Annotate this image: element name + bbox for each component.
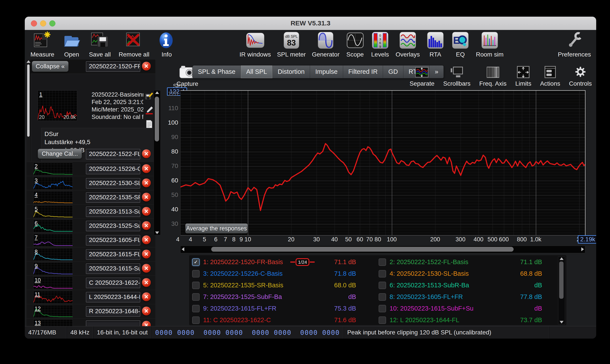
legend-checkbox[interactable] bbox=[192, 282, 199, 289]
freq-axis-button[interactable]: Freq. Axis bbox=[479, 60, 506, 87]
measurement-name-field[interactable]: 20250222-1535-SR bbox=[86, 192, 140, 203]
measurement-1-name-field[interactable]: 20250222-1520-FR bbox=[86, 61, 140, 72]
measurement-thumbnail[interactable]: 2 bbox=[33, 163, 73, 175]
legend-scrollbar[interactable] bbox=[558, 257, 565, 324]
legend-label[interactable]: 3: 20250222-15226-C-Basis bbox=[203, 270, 283, 277]
save-edit-icon[interactable] bbox=[145, 92, 154, 101]
scroll-up-icon[interactable] bbox=[27, 60, 30, 63]
preferences-button[interactable]: Preferences bbox=[558, 31, 591, 58]
measurement-thumbnail[interactable]: 5 bbox=[33, 206, 73, 218]
measurement-name-field[interactable]: R 20250223-1648-F bbox=[86, 306, 140, 317]
info-button[interactable]: Info bbox=[157, 31, 176, 58]
measurement-thumbnail[interactable]: 11 bbox=[33, 291, 73, 304]
measurement-name-field[interactable]: 20250223-1605-FL bbox=[86, 235, 140, 246]
delete-measurement-1-button[interactable]: ✕ bbox=[142, 62, 151, 71]
limits-button[interactable]: Limits bbox=[515, 60, 531, 87]
measurement-row-11[interactable]: 11L 20250223-1644-F✕ bbox=[27, 290, 155, 304]
legend-checkbox[interactable]: ✓ bbox=[192, 259, 199, 266]
measurement-2-name-field[interactable]: 20250222-1522-FL- bbox=[86, 149, 140, 159]
scrollbars-button[interactable]: Scrollbars bbox=[443, 60, 470, 87]
tab-gd[interactable]: GD bbox=[383, 65, 403, 78]
delete-measurement-button[interactable]: ✕ bbox=[142, 278, 151, 287]
tab-distortion[interactable]: Distortion bbox=[273, 65, 310, 78]
measurement-row-3[interactable]: 320250222-1530-SL✕ bbox=[27, 176, 155, 190]
ir-windows-button[interactable]: IR windows bbox=[239, 31, 271, 58]
legend-checkbox[interactable] bbox=[379, 282, 386, 289]
delete-measurement-button[interactable]: ✕ bbox=[142, 179, 151, 187]
scrollbar-thumb[interactable] bbox=[27, 65, 30, 137]
measure-button[interactable]: Measure bbox=[30, 31, 54, 58]
legend-checkbox[interactable] bbox=[379, 293, 386, 301]
legend-label[interactable]: 12: L 20250223-1644-FL bbox=[390, 316, 459, 324]
legend-checkbox[interactable] bbox=[379, 259, 386, 266]
scroll-down-icon[interactable] bbox=[155, 232, 159, 234]
measurement-name-field[interactable]: C 20250223-1622-C bbox=[86, 278, 140, 288]
actions-button[interactable]: Actions bbox=[540, 60, 560, 87]
generator-button[interactable]: Generator bbox=[312, 31, 339, 58]
measurement-name-field[interactable] bbox=[86, 320, 140, 326]
delete-measurement-button[interactable]: ✕ bbox=[142, 221, 151, 230]
rta-button[interactable]: RTA bbox=[426, 31, 445, 58]
zoom-window-button[interactable] bbox=[49, 20, 55, 26]
delete-measurement-button[interactable]: ✕ bbox=[142, 193, 151, 201]
eq-button[interactable]: EEQ bbox=[451, 31, 470, 58]
legend-label[interactable]: 4: 20250222-1530-SL-Basis bbox=[390, 270, 469, 277]
scrollbar-thumb[interactable] bbox=[211, 247, 514, 252]
change-cal-button[interactable]: Change Cal... bbox=[38, 149, 82, 159]
measurement-row-9[interactable]: 920250223-1615-Su✕ bbox=[27, 261, 155, 275]
room-sim-button[interactable]: Room sim bbox=[476, 31, 504, 58]
spl-meter-button[interactable]: dB SPL83SPL meter bbox=[277, 31, 306, 58]
legend-label[interactable]: 2: 20250222-1522-FL-Basis bbox=[390, 259, 468, 266]
close-window-button[interactable] bbox=[31, 20, 37, 26]
delete-measurement-button[interactable]: ✕ bbox=[142, 264, 151, 273]
tab-filtered-ir[interactable]: Filtered IR bbox=[343, 65, 383, 78]
measurement-row-8[interactable]: 820250223-1615-FL✕ bbox=[27, 247, 155, 261]
scope-button[interactable]: Scope bbox=[346, 31, 365, 58]
delete-measurement-button[interactable]: ✕ bbox=[142, 207, 151, 216]
delete-measurement-button[interactable]: ✕ bbox=[142, 321, 151, 326]
measurement-row-10[interactable]: 10C 20250223-1622-C✕ bbox=[27, 275, 155, 290]
measurement-thumbnail[interactable]: 10 bbox=[33, 277, 73, 289]
tab-impulse[interactable]: Impulse bbox=[310, 65, 343, 78]
measurement-name-field[interactable]: 20250223-1525-Su bbox=[86, 221, 140, 231]
scroll-left-icon[interactable] bbox=[182, 247, 184, 251]
pen-icon[interactable] bbox=[145, 106, 154, 116]
legend-label[interactable]: 5: 20250222-1535-SR-Basis bbox=[203, 282, 283, 289]
legend-checkbox[interactable] bbox=[379, 270, 386, 277]
measurement-name-field[interactable]: 20250222-1530-SL bbox=[86, 178, 140, 189]
overlays-button[interactable]: Overlays bbox=[396, 31, 420, 58]
measurement-name-field[interactable]: 20250223-1513-Su bbox=[86, 207, 140, 217]
minimize-window-button[interactable] bbox=[40, 20, 46, 26]
controls-button[interactable]: Controls bbox=[569, 60, 592, 87]
legend-label[interactable]: 10: 20250223-1615-SubF+Su bbox=[390, 305, 474, 312]
measurement-thumbnail[interactable]: 13 bbox=[33, 319, 73, 326]
measurement-row-6[interactable]: 620250223-1525-Su✕ bbox=[27, 219, 155, 233]
delete-measurement-button[interactable]: ✕ bbox=[142, 250, 151, 259]
scroll-down-icon[interactable] bbox=[560, 321, 564, 324]
separate-button[interactable]: Separate bbox=[410, 60, 435, 87]
measurement-thumbnail[interactable]: 7 bbox=[33, 234, 73, 247]
legend-checkbox[interactable] bbox=[192, 270, 199, 277]
remove-all-button[interactable]: Remove all bbox=[119, 31, 149, 58]
tab-spl-phase[interactable]: SPL & Phase bbox=[193, 65, 241, 78]
measurement-row-13[interactable]: 13✕ bbox=[27, 318, 155, 326]
measurement-thumbnail[interactable]: 9 bbox=[33, 262, 73, 275]
legend-label[interactable]: 1: 20250222-1520-FR-Basis bbox=[203, 259, 283, 266]
x-axis-max-input[interactable]: 2.19k bbox=[578, 235, 596, 244]
legend-label[interactable]: 7: 20250223-1525-SubF-Ba bbox=[203, 293, 282, 300]
measurement-thumbnail[interactable]: 12 bbox=[33, 305, 73, 318]
measurement-name-field[interactable]: 20250223-1615-Su bbox=[86, 263, 140, 274]
measurement-name-field[interactable]: 20250222-15226-C bbox=[86, 164, 140, 174]
measurement-row-4[interactable]: 420250222-1535-SR✕ bbox=[27, 190, 155, 204]
legend-checkbox[interactable] bbox=[379, 316, 386, 324]
legend-checkbox[interactable] bbox=[379, 305, 386, 312]
smoothing-badge[interactable]: 1/24 bbox=[290, 258, 315, 266]
save-all-button[interactable]: Save all bbox=[89, 31, 111, 58]
scroll-right-icon[interactable] bbox=[581, 247, 584, 251]
measurement-thumbnail[interactable]: 3 bbox=[33, 177, 73, 190]
open-button[interactable]: Open bbox=[62, 31, 81, 58]
delete-measurement-2-button[interactable]: ✕ bbox=[142, 149, 151, 158]
average-responses-button[interactable]: Average the responses bbox=[185, 223, 248, 234]
delete-measurement-button[interactable]: ✕ bbox=[142, 235, 151, 244]
delete-measurement-button[interactable]: ✕ bbox=[142, 292, 151, 301]
